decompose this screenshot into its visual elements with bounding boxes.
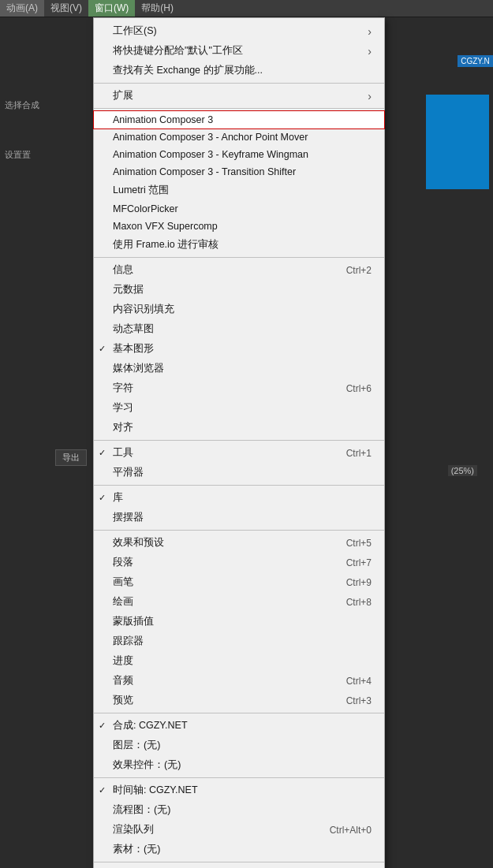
export-button[interactable]: 导出 xyxy=(55,449,87,466)
menu-item-label-fonts: 字符 xyxy=(113,382,323,395)
menu-item-label-progress: 进度 xyxy=(113,654,372,668)
separator-14 xyxy=(94,257,384,258)
menu-item-label-paragraphs: 段落 xyxy=(113,556,323,569)
menu-help[interactable]: 帮助(H) xyxy=(135,0,180,17)
menu-view[interactable]: 视图(V) xyxy=(44,0,88,17)
menu-item-label-expand: 扩展 xyxy=(113,89,368,102)
menu-item-label-reset-workspace: 将快捷键分配给"默认"工作区 xyxy=(113,44,368,58)
menu-item-label-render-queue: 渲染队列 xyxy=(113,823,306,836)
menu-item-label-workspace: 工作区(S) xyxy=(113,24,368,38)
menu-item-workspace[interactable]: 工作区(S)› xyxy=(94,21,384,41)
menu-item-paintbrush[interactable]: 画笔Ctrl+9 xyxy=(94,572,384,592)
menu-item-label-comp-cgzy: 合成: CGZY.NET xyxy=(113,719,372,732)
menu-window[interactable]: 窗口(W) xyxy=(88,0,135,17)
menu-item-label-layer-none: 图层：(无) xyxy=(113,739,372,752)
separator-49 xyxy=(94,862,384,862)
menu-item-label-preview: 预览 xyxy=(113,694,323,707)
menu-item-expand[interactable]: 扩展› xyxy=(94,86,384,106)
menu-item-timeline-cgzy[interactable]: 时间轴: CGZY.NET xyxy=(94,780,384,800)
menu-item-animation-composer-3[interactable]: Animation Composer 3 xyxy=(94,111,384,129)
menu-item-layer-none[interactable]: 图层：(无) xyxy=(94,736,384,755)
menu-item-label-mfcolorpicker: MFColorPicker xyxy=(113,203,372,214)
separator-27 xyxy=(94,485,384,486)
shortcut-audio: Ctrl+4 xyxy=(346,676,372,687)
menu-item-maxon-vfx[interactable]: Maxon VFX Supercomp xyxy=(94,218,384,235)
menu-item-tools[interactable]: 工具Ctrl+1 xyxy=(94,443,384,463)
menu-item-motion-sketch[interactable]: 动态草图 xyxy=(94,319,384,339)
menu-item-label-animation-composer-keyframe: Animation Composer 3 - Keyframe Wingman xyxy=(113,149,372,160)
menu-item-label-wiggler: 摆摆器 xyxy=(113,511,372,524)
menu-animate[interactable]: 动画(A) xyxy=(0,0,44,17)
menu-item-effects-presets[interactable]: 效果和预设Ctrl+5 xyxy=(94,533,384,553)
menu-item-label-align: 对齐 xyxy=(113,421,372,434)
menu-item-project[interactable]: 项目Ctrl+0 xyxy=(94,865,384,868)
menu-item-smoother[interactable]: 平滑器 xyxy=(94,463,384,482)
menu-item-paint[interactable]: 绘画Ctrl+8 xyxy=(94,592,384,612)
menu-item-label-media-browser: 媒体浏览器 xyxy=(113,362,372,375)
separator-44 xyxy=(94,777,384,778)
separator-30 xyxy=(94,530,384,531)
shortcut-fonts: Ctrl+6 xyxy=(346,383,372,394)
menu-item-label-smoother: 平滑器 xyxy=(113,466,372,479)
menu-item-content-aware[interactable]: 内容识别填充 xyxy=(94,300,384,319)
menu-item-label-animation-composer-3: Animation Composer 3 xyxy=(113,114,372,125)
menu-item-paragraphs[interactable]: 段落Ctrl+7 xyxy=(94,553,384,572)
cgzy-badge: CGZY.N xyxy=(458,55,493,67)
shortcut-paint: Ctrl+8 xyxy=(346,597,372,608)
arrow-workspace: › xyxy=(368,25,372,38)
menu-item-label-metadata: 元数据 xyxy=(113,283,372,296)
shortcut-paragraphs: Ctrl+7 xyxy=(346,557,372,568)
separator-5 xyxy=(94,108,384,109)
menu-item-label-effect-none: 效果控件：(无) xyxy=(113,758,372,772)
menu-item-animation-composer-transition[interactable]: Animation Composer 3 - Transition Shifte… xyxy=(94,163,384,181)
menu-bar: 动画(A) 视图(V) 窗口(W) 帮助(H) xyxy=(0,0,493,17)
menu-item-animation-composer-anchor[interactable]: Animation Composer 3 - Anchor Point Move… xyxy=(94,129,384,146)
menu-item-reset-workspace[interactable]: 将快捷键分配给"默认"工作区› xyxy=(94,41,384,61)
menu-item-align[interactable]: 对齐 xyxy=(94,418,384,438)
menu-item-mask-interpolation[interactable]: 蒙版插值 xyxy=(94,612,384,631)
menu-item-frame-io[interactable]: 使用 Frame.io 进行审核 xyxy=(94,235,384,255)
menu-item-essential-graphics[interactable]: 基本图形 xyxy=(94,339,384,359)
menu-item-media-browser[interactable]: 媒体浏览器 xyxy=(94,359,384,378)
menu-item-flowchart-none[interactable]: 流程图：(无) xyxy=(94,800,384,820)
menu-item-label-learn: 学习 xyxy=(113,401,372,415)
menu-item-tracker[interactable]: 跟踪器 xyxy=(94,631,384,651)
menu-item-label-footage-none: 素材：(无) xyxy=(113,843,372,856)
percent-display: (25%) xyxy=(448,465,477,476)
arrow-expand: › xyxy=(368,90,372,102)
menu-item-lumetri[interactable]: Lumetri 范围 xyxy=(94,181,384,200)
menu-item-label-audio: 音频 xyxy=(113,674,323,687)
menu-item-progress[interactable]: 进度 xyxy=(94,651,384,671)
arrow-reset-workspace: › xyxy=(368,45,372,58)
menu-item-label-timeline-cgzy: 时间轴: CGZY.NET xyxy=(113,784,372,797)
menu-item-label-mask-interpolation: 蒙版插值 xyxy=(113,615,372,628)
menu-item-label-paint: 绘画 xyxy=(113,595,323,609)
menu-item-wiggler[interactable]: 摆摆器 xyxy=(94,508,384,527)
shortcut-render-queue: Ctrl+Alt+0 xyxy=(330,825,372,836)
menu-item-metadata[interactable]: 元数据 xyxy=(94,280,384,300)
settings-label: 设置置 xyxy=(0,146,93,164)
menu-item-label-motion-sketch: 动态草图 xyxy=(113,322,372,336)
menu-item-render-queue[interactable]: 渲染队列Ctrl+Alt+0 xyxy=(94,820,384,840)
menu-item-comp-cgzy[interactable]: 合成: CGZY.NET xyxy=(94,716,384,736)
menu-item-animation-composer-keyframe[interactable]: Animation Composer 3 - Keyframe Wingman xyxy=(94,146,384,163)
menu-item-label-animation-composer-transition: Animation Composer 3 - Transition Shifte… xyxy=(113,166,372,177)
separator-3 xyxy=(94,83,384,84)
menu-item-effect-none[interactable]: 效果控件：(无) xyxy=(94,755,384,775)
menu-item-find-exchange[interactable]: 查找有关 Exchange 的扩展功能... xyxy=(94,61,384,80)
shortcut-paintbrush: Ctrl+9 xyxy=(346,577,372,588)
shortcut-preview: Ctrl+3 xyxy=(346,695,372,706)
shortcut-effects-presets: Ctrl+5 xyxy=(346,538,372,549)
menu-item-footage-none[interactable]: 素材：(无) xyxy=(94,840,384,859)
menu-item-audio[interactable]: 音频Ctrl+4 xyxy=(94,671,384,691)
menu-item-label-libraries: 库 xyxy=(113,491,372,505)
menu-item-learn[interactable]: 学习 xyxy=(94,398,384,418)
menu-item-mfcolorpicker[interactable]: MFColorPicker xyxy=(94,200,384,218)
menu-item-label-animation-composer-anchor: Animation Composer 3 - Anchor Point Move… xyxy=(113,132,372,143)
menu-item-info[interactable]: 信息Ctrl+2 xyxy=(94,260,384,280)
menu-item-preview[interactable]: 预览Ctrl+3 xyxy=(94,691,384,710)
menu-item-label-effects-presets: 效果和预设 xyxy=(113,536,323,549)
menu-item-libraries[interactable]: 库 xyxy=(94,488,384,508)
menu-item-fonts[interactable]: 字符Ctrl+6 xyxy=(94,378,384,398)
shortcut-tools: Ctrl+1 xyxy=(346,448,372,459)
